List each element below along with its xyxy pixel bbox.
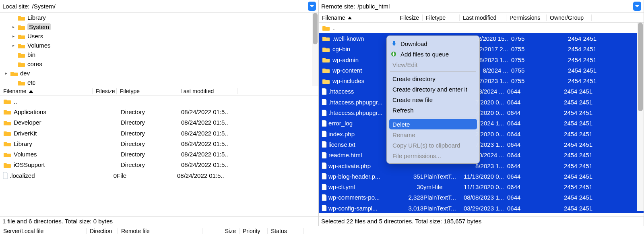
remote-path-combo[interactable]: /public_html <box>357 2 641 11</box>
tree-item[interactable]: ▸dev <box>0 69 318 78</box>
list-row[interactable]: .htaccess8/2024 ...06442454 2451 <box>319 86 644 97</box>
list-row[interactable]: license.txt7/2023 1...06442454 2451 <box>319 139 644 150</box>
tree-item[interactable]: ▸Volumes <box>0 41 318 50</box>
ctx-create-file[interactable]: Create new file <box>387 94 479 105</box>
disclosure-triangle-icon[interactable]: ▸ <box>3 71 9 75</box>
col-remote-file[interactable]: Remote file <box>118 228 202 234</box>
local-pane: Local site: /System/ Library▸System▸User… <box>0 0 319 226</box>
ctx-create-dir[interactable]: Create directory <box>387 73 479 84</box>
folder-icon <box>322 25 330 31</box>
ctx-create-dir-enter[interactable]: Create directory and enter it <box>387 84 479 94</box>
tree-item[interactable]: cores <box>0 59 318 69</box>
disclosure-triangle-icon[interactable]: ▸ <box>10 43 16 48</box>
tree-label: Users <box>27 33 43 40</box>
tree-item[interactable]: etc <box>0 78 318 86</box>
col-permissions[interactable]: Permissions <box>506 15 547 21</box>
list-row[interactable]: wp-blog-header.p...351PlainTextT...11/13… <box>319 171 644 181</box>
file-icon <box>320 194 328 201</box>
local-site-label: Local site: <box>2 3 30 10</box>
col-owner[interactable]: Owner/Group <box>547 15 592 21</box>
col-filesize[interactable]: Filesize <box>93 88 117 94</box>
list-row[interactable]: DriverKitDirectory08/24/2022 01:5.. <box>0 128 318 138</box>
local-file-list[interactable]: ..ApplicationsDirectory08/24/2022 01:5..… <box>0 96 318 216</box>
list-row[interactable]: .. <box>0 96 318 106</box>
disclosure-triangle-icon[interactable]: ▸ <box>10 34 16 38</box>
list-row[interactable]: .localized0File08/24/2022 01:5.. <box>0 170 318 181</box>
folder-icon <box>18 43 25 48</box>
local-list-header[interactable]: Filename Filesize Filetype Last modified <box>0 86 318 96</box>
col-filetype[interactable]: Filetype <box>117 88 177 94</box>
list-row[interactable]: cgi-bin2/2017 2...07552454 2451 <box>319 44 644 54</box>
remote-pane: Remote site: /public_html Filename Files… <box>319 0 644 226</box>
list-row[interactable]: wp-comments-po...2,323PlainTextT...08/08… <box>319 192 644 203</box>
list-row[interactable]: iOSSupportDirectory08/24/2022 01:5.. <box>0 160 318 170</box>
col-lastmod[interactable]: Last modified <box>177 88 237 94</box>
tree-item[interactable]: bin <box>0 50 318 59</box>
col-filesize[interactable]: Filesize <box>391 15 423 21</box>
tree-label: Library <box>27 14 46 21</box>
file-icon <box>320 205 328 211</box>
remote-site-label: Remote site: <box>321 3 355 10</box>
tree-item[interactable]: ▸System <box>0 22 318 31</box>
list-row[interactable]: wp-activate.php8/2023 1...06442454 2451 <box>319 160 644 171</box>
col-status[interactable]: Status <box>268 228 304 234</box>
col-filename[interactable]: Filename <box>0 88 93 94</box>
file-icon <box>2 172 10 179</box>
chevron-down-icon[interactable] <box>633 2 641 11</box>
list-row[interactable]: wp-includes7/2023 1...07552454 2451 <box>319 75 644 86</box>
list-row[interactable]: DeveloperDirectory08/24/2022 01:5.. <box>0 117 318 128</box>
list-row[interactable]: VolumesDirectory08/24/2022 01:5.. <box>0 149 318 159</box>
col-lastmod[interactable]: Last modified <box>460 15 506 21</box>
col-direction[interactable]: Direction <box>87 228 118 234</box>
col-size[interactable]: Size <box>202 228 239 234</box>
folder-icon <box>3 162 11 168</box>
col-priority[interactable]: Priority <box>239 228 268 234</box>
list-row[interactable]: .htaccess.phpupgr...7/2020 0...06442454 … <box>319 107 644 118</box>
list-row[interactable]: ApplicationsDirectory08/24/2022 01:5.. <box>0 106 318 117</box>
remote-list-header[interactable]: Filename Filesize Filetype Last modified… <box>319 13 644 23</box>
list-row[interactable]: wp-cli.yml30yml-file11/13/2020 0...06442… <box>319 181 644 192</box>
local-status: 1 file and 6 directories. Total size: 0 … <box>0 216 318 226</box>
list-row[interactable]: .. <box>319 23 644 33</box>
ctx-refresh[interactable]: Refresh <box>387 105 479 115</box>
transfer-queue: Server/Local file Direction Remote file … <box>0 226 644 236</box>
ctx-delete[interactable]: Delete <box>389 119 477 129</box>
scrollbar[interactable] <box>312 13 318 86</box>
folder-icon <box>322 35 330 41</box>
folder-icon <box>18 15 25 21</box>
list-row[interactable]: wp-content8/2024 ...07552454 2451 <box>319 65 644 75</box>
scrollbar[interactable] <box>637 23 644 211</box>
list-row[interactable]: .htaccess.phpupgr...7/2020 0...06442454 … <box>319 97 644 107</box>
chevron-down-icon[interactable] <box>308 2 316 11</box>
ctx-add-queue[interactable]: Add files to queue <box>387 49 479 59</box>
list-row[interactable]: readme.html0/2024 ...06442454 2451 <box>319 150 644 160</box>
file-icon <box>320 110 328 116</box>
tree-label: Volumes <box>27 42 51 49</box>
ctx-download[interactable]: Download <box>387 38 479 49</box>
file-icon <box>320 141 328 148</box>
disclosure-triangle-icon[interactable]: ▸ <box>10 25 16 29</box>
tree-item[interactable]: Library <box>0 13 318 22</box>
list-row[interactable]: .well-known2/2020 15..07552454 2451 <box>319 33 644 44</box>
tree-item[interactable]: ▸Users <box>0 31 318 41</box>
folder-icon <box>3 130 11 136</box>
file-icon <box>320 152 328 158</box>
ctx-view-edit: View/Edit <box>387 59 479 70</box>
list-row[interactable]: wp-admin8/2023 1...07552454 2451 <box>319 54 644 65</box>
local-path-combo[interactable]: /System/ <box>32 2 316 11</box>
file-icon <box>320 88 328 95</box>
folder-icon <box>322 57 330 62</box>
col-filename[interactable]: Filename <box>319 15 391 21</box>
remote-file-list[interactable]: ...well-known2/2020 15..07552454 2451cgi… <box>319 23 644 216</box>
context-menu: Download Add files to queue View/Edit Cr… <box>386 35 480 164</box>
col-server-file[interactable]: Server/Local file <box>0 228 87 234</box>
ctx-rename: Rename <box>387 129 479 140</box>
local-tree[interactable]: Library▸System▸Users▸Volumesbincores▸dev… <box>0 13 318 86</box>
col-filetype[interactable]: Filetype <box>423 15 460 21</box>
folder-icon <box>18 24 25 30</box>
download-icon <box>391 41 398 46</box>
list-row[interactable]: wp-config-sampl...3,013PlainTextT...03/2… <box>319 203 644 213</box>
list-row[interactable]: index.php2/2020 0...06442454 2451 <box>319 129 644 139</box>
list-row[interactable]: LibraryDirectory08/24/2022 01:5.. <box>0 138 318 149</box>
list-row[interactable]: error_log7/2024 1...06442454 2451 <box>319 118 644 129</box>
